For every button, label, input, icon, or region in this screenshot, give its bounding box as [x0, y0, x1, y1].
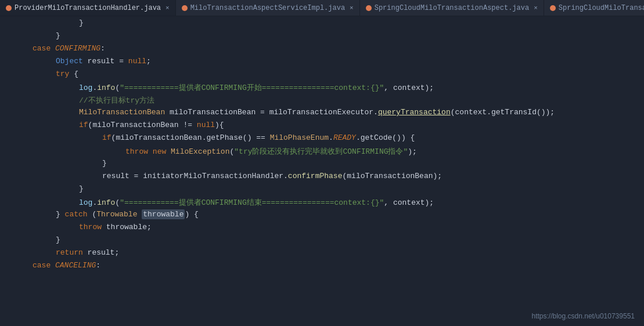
tab-spring[interactable]: SpringCloudMiloTransactionAspect.java ×	[360, 0, 544, 16]
code-line: } catch (Throwable throwable) {	[0, 210, 644, 223]
close-icon-1[interactable]: ×	[166, 5, 170, 12]
tab-label-1: ProviderMiloTransactionHandler.java	[15, 4, 161, 12]
tab-label-4: SpringCloudMiloTransactionAspectHandler.…	[559, 4, 644, 12]
code-line: }	[0, 184, 644, 197]
code-line: if(miloTransactionBean != null){	[0, 121, 644, 133]
code-line: case CANCELING:	[0, 261, 644, 274]
close-icon-2[interactable]: ×	[350, 5, 354, 12]
code-line: }	[0, 236, 644, 248]
code-line: try {	[0, 70, 644, 82]
code-line: MiloTransactionBean miloTransactionBean …	[0, 108, 644, 121]
code-line: Object result = null;	[0, 57, 644, 70]
code-line: }	[0, 31, 644, 44]
code-editor: } } case CONFIRMING : Object result = nu…	[0, 16, 644, 326]
code-line: }	[0, 19, 644, 31]
code-line: log.info("============提供者CONFIRMING结束===…	[0, 197, 644, 210]
tab-label-2: MiloTransactionAspectServiceImpl.java	[190, 4, 345, 12]
tab-icon-4	[550, 5, 556, 11]
code-line: case CONFIRMING :	[0, 44, 644, 57]
tab-icon-2	[182, 5, 188, 11]
code-line: if(miloTransactionBean.getPhase() == Mil…	[0, 133, 644, 146]
tab-label-3: SpringCloudMiloTransactionAspect.java	[375, 4, 529, 12]
watermark: https://blog.csdn.net/u010739551	[532, 312, 635, 320]
tab-bar: ProviderMiloTransactionHandler.java × Mi…	[0, 0, 644, 16]
close-icon-3[interactable]: ×	[534, 5, 538, 12]
code-line: throw new MiloException("try阶段还没有执行完毕就收到…	[0, 146, 644, 159]
code-line: result = initiatorMiloTransactionHandler…	[0, 172, 644, 184]
code-line: return result;	[0, 248, 644, 261]
tab-provider[interactable]: ProviderMiloTransactionHandler.java ×	[0, 0, 176, 16]
code-line: //不执行目标try方法	[0, 95, 644, 108]
code-line: }	[0, 159, 644, 172]
tab-icon-3	[366, 5, 372, 11]
tab-handler[interactable]: SpringCloudMiloTransactionAspectHandler.…	[544, 0, 644, 16]
tab-icon-1	[6, 5, 12, 11]
tab-milo[interactable]: MiloTransactionAspectServiceImpl.java ×	[176, 0, 360, 16]
code-line: throw throwable;	[0, 223, 644, 236]
code-line: log.info("============提供者CONFIRMING开始===…	[0, 82, 644, 95]
